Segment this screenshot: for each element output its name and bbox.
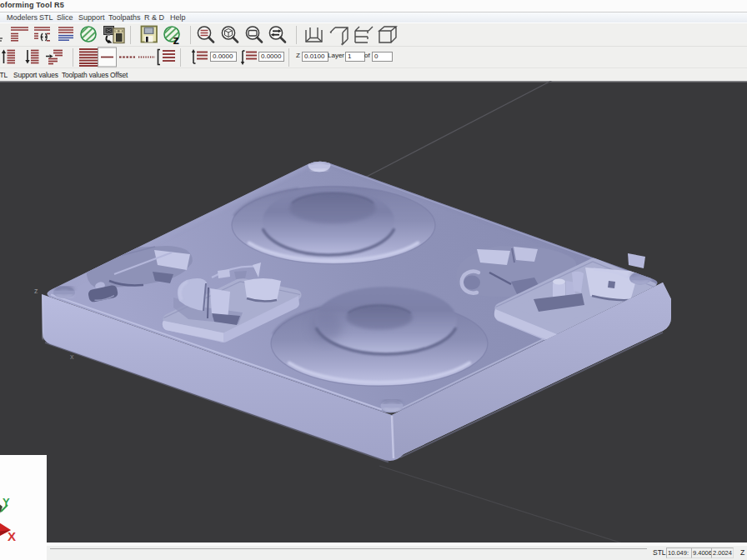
- svg-text:z: z: [34, 287, 38, 295]
- svg-text:x: x: [70, 352, 74, 361]
- svg-text:z: z: [173, 32, 180, 47]
- svg-text:X: X: [8, 529, 16, 543]
